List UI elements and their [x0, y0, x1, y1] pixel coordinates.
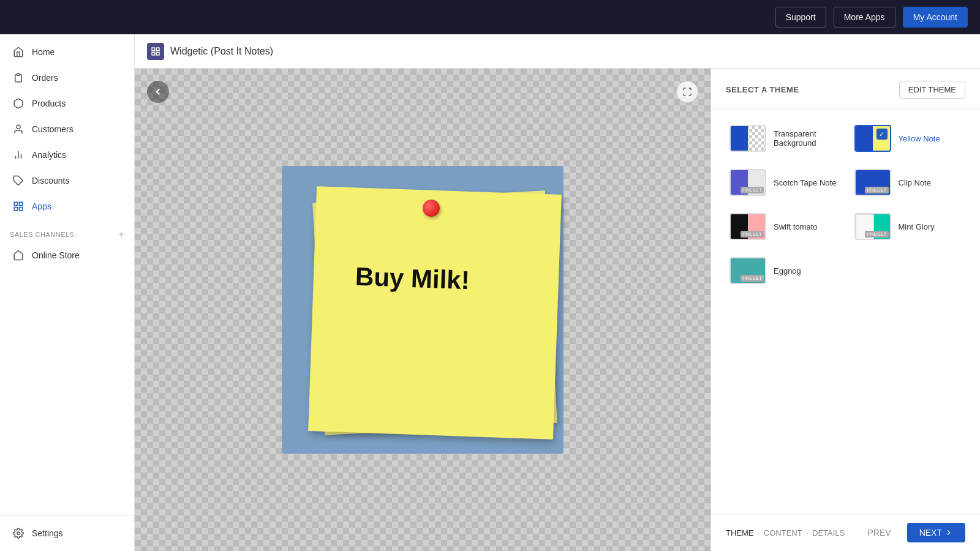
note-pin	[423, 200, 440, 217]
content-area: Widgetic (Post It Notes) Buy Milk!	[135, 34, 980, 551]
svg-rect-12	[156, 48, 159, 51]
footer-actions: PREV NEXT	[858, 523, 965, 542]
apps-icon	[12, 200, 24, 212]
main-layout: Home Orders Products Customers Analytics	[0, 34, 980, 551]
svg-rect-14	[156, 52, 159, 55]
svg-point-10	[17, 532, 20, 535]
preview-area: Buy Milk!	[135, 69, 710, 551]
preset-badge-scotch-tape: PRESET	[741, 187, 764, 193]
breadcrumb: THEME › CONTENT › DETAILS	[726, 528, 845, 538]
sidebar-bottom: Settings	[0, 515, 134, 551]
sidebar-item-customers-label: Customers	[32, 124, 74, 134]
app-title: Widgetic (Post It Notes)	[170, 46, 273, 57]
theme-swatch-swift-tomato: PRESET	[729, 213, 766, 240]
breadcrumb-step1: THEME	[726, 528, 754, 538]
selected-checkmark: ✓	[876, 129, 888, 140]
preset-badge-clip-note: PRESET	[865, 187, 888, 193]
preset-badge-swift-tomato: PRESET	[741, 231, 764, 238]
account-button[interactable]: My Account	[903, 7, 968, 28]
sidebar-item-customers[interactable]: Customers	[2, 117, 132, 141]
theme-item-eggnog[interactable]: PRESET Eggnog	[726, 253, 841, 288]
theme-swatch-clip-note: PRESET	[854, 169, 891, 196]
svg-rect-13	[152, 52, 155, 55]
fullscreen-button[interactable]	[676, 81, 698, 103]
sidebar-item-apps[interactable]: Apps	[2, 194, 132, 219]
home-icon	[12, 46, 24, 58]
svg-rect-11	[152, 48, 155, 51]
theme-label-scotch-tape: Scotch Tape Note	[774, 178, 836, 187]
preset-badge-mint-glory: PRESET	[865, 231, 888, 238]
theme-item-mint-glory[interactable]: PRESET Mint Glory	[851, 209, 966, 244]
theme-item-swift-tomato[interactable]: PRESET Swift tomato	[726, 209, 841, 244]
theme-label-transparent-bg: Transparent Background	[774, 129, 837, 148]
svg-rect-7	[20, 202, 23, 205]
products-icon	[12, 97, 24, 110]
analytics-icon	[12, 149, 24, 161]
theme-panel-header: SELECT A THEME EDIT THEME	[711, 69, 980, 109]
add-sales-channel-icon[interactable]: +	[118, 229, 124, 240]
theme-label-clip-note: Clip Note	[899, 178, 931, 187]
theme-swatch-transparent-bg	[729, 125, 766, 152]
edit-theme-button[interactable]: EDIT THEME	[899, 81, 965, 99]
svg-rect-6	[14, 202, 17, 205]
sidebar-item-settings-label: Settings	[32, 528, 63, 538]
sidebar-item-apps-label: Apps	[32, 201, 51, 211]
theme-item-transparent-bg[interactable]: Transparent Background	[726, 121, 841, 156]
theme-swatch-mint-glory: PRESET	[854, 213, 891, 240]
svg-rect-0	[17, 73, 20, 75]
theme-swatch-yellow-note: ✓	[854, 125, 891, 152]
note-preview: Buy Milk!	[282, 166, 564, 454]
breadcrumb-sep2: ›	[806, 528, 809, 538]
theme-grid: Transparent Background ✓ Yellow Note PRE…	[711, 109, 980, 514]
note-text: Buy Milk!	[355, 262, 470, 295]
sidebar-item-analytics-label: Analytics	[32, 150, 66, 160]
svg-point-1	[17, 125, 20, 129]
support-button[interactable]: Support	[775, 7, 826, 28]
theme-swatch-scotch-tape: PRESET	[729, 169, 766, 196]
note-paper	[308, 186, 562, 440]
breadcrumb-step2: CONTENT	[764, 528, 802, 538]
app-header: Widgetic (Post It Notes)	[135, 34, 980, 69]
sidebar-item-discounts[interactable]: Discounts	[2, 168, 132, 193]
theme-item-scotch-tape[interactable]: PRESET Scotch Tape Note	[726, 165, 841, 200]
app-header-icon	[147, 43, 164, 60]
sidebar-item-products[interactable]: Products	[2, 91, 132, 116]
breadcrumb-sep1: ›	[758, 528, 760, 538]
online-store-icon	[12, 249, 24, 261]
sidebar-item-discounts-label: Discounts	[32, 176, 69, 186]
theme-swatch-eggnog: PRESET	[729, 257, 766, 284]
next-button[interactable]: NEXT	[907, 523, 965, 542]
svg-rect-9	[20, 208, 23, 211]
sidebar-item-online-store-label: Online Store	[32, 250, 80, 260]
preset-badge-eggnog: PRESET	[741, 275, 764, 282]
sidebar: Home Orders Products Customers Analytics	[0, 34, 135, 551]
theme-panel-footer: THEME › CONTENT › DETAILS PREV NEXT	[711, 514, 980, 551]
more-apps-button[interactable]: More Apps	[834, 7, 895, 28]
theme-item-yellow-note[interactable]: ✓ Yellow Note	[851, 121, 966, 156]
theme-label-swift-tomato: Swift tomato	[774, 222, 818, 231]
svg-rect-8	[14, 208, 17, 211]
orders-icon	[12, 72, 24, 84]
top-header: Support More Apps My Account	[0, 0, 980, 34]
prev-button[interactable]: PREV	[858, 523, 901, 542]
widget-content: Buy Milk! SELECT A THEME EDIT THEME Tran…	[135, 69, 980, 551]
sidebar-item-home-label: Home	[32, 47, 55, 57]
sidebar-item-settings[interactable]: Settings	[2, 521, 132, 545]
theme-item-clip-note[interactable]: PRESET Clip Note	[851, 165, 966, 200]
discounts-icon	[12, 174, 24, 187]
sidebar-item-analytics[interactable]: Analytics	[2, 143, 132, 167]
customers-icon	[12, 123, 24, 135]
sales-channels-section: SALES CHANNELS +	[0, 219, 134, 242]
sidebar-item-home[interactable]: Home	[2, 40, 132, 64]
sidebar-item-online-store[interactable]: Online Store	[2, 243, 132, 268]
sidebar-item-orders-label: Orders	[32, 73, 58, 83]
settings-icon	[12, 527, 24, 539]
theme-label-eggnog: Eggnog	[774, 266, 801, 276]
theme-label-yellow-note: Yellow Note	[899, 134, 940, 143]
theme-panel: SELECT A THEME EDIT THEME Transparent Ba…	[710, 69, 980, 551]
theme-panel-title: SELECT A THEME	[726, 85, 799, 94]
breadcrumb-step3: DETAILS	[812, 528, 845, 538]
sidebar-item-orders[interactable]: Orders	[2, 66, 132, 90]
theme-label-mint-glory: Mint Glory	[899, 222, 935, 231]
back-button[interactable]	[147, 81, 169, 103]
